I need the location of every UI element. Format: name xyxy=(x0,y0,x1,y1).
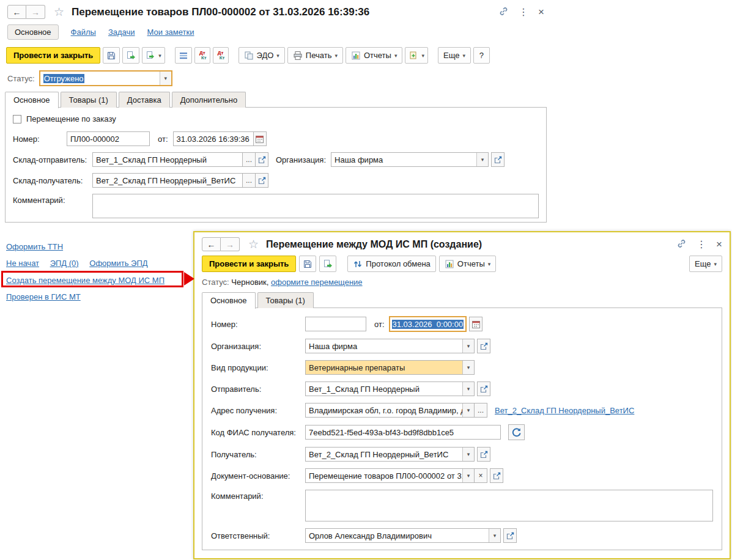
sender-open-button[interactable] xyxy=(255,152,268,167)
tab-goods[interactable]: Товары (1) xyxy=(257,292,314,308)
address-row: Адрес получения: Владимирская обл, г.о. … xyxy=(211,403,713,418)
date-label: от: xyxy=(158,134,168,144)
responsible-combo[interactable]: Орлов Александр Владимирович ▾ xyxy=(305,528,501,543)
tab-additional[interactable]: Дополнительно xyxy=(172,92,246,108)
product-kind-combo[interactable]: Ветеринарные препараты ▾ xyxy=(305,360,475,375)
calendar-button[interactable] xyxy=(253,131,267,146)
organization-combo[interactable]: Наша фирма ▾ xyxy=(331,152,489,167)
receiver-combo[interactable]: Вет_2_Склад ГП Неордерный_ВетИС ▾ xyxy=(305,447,475,462)
sender-open-button[interactable] xyxy=(477,381,490,396)
favorite-star-icon[interactable]: ☆ xyxy=(248,238,259,250)
fias-input[interactable]: 7eebd521-f5ed-493a-bf43-bd9f8dbb1ce5 xyxy=(305,425,501,440)
back-button[interactable]: ← xyxy=(202,237,221,251)
main-window-controls: ⋮ × xyxy=(498,6,544,18)
basis-open-button[interactable] xyxy=(490,468,503,483)
dropdown-icon[interactable]: ▾ xyxy=(160,72,171,85)
receiver-warehouse-link[interactable]: Вет_2_Склад ГП Неордерный_ВетИС xyxy=(495,406,634,415)
responsible-open-button[interactable] xyxy=(503,528,517,543)
ttn-link[interactable]: Оформить ТТН xyxy=(6,242,63,251)
back-button[interactable]: ← xyxy=(7,5,26,19)
edo-menu-button[interactable]: ЭДО ▾ xyxy=(238,47,285,64)
close-icon[interactable]: × xyxy=(538,6,544,18)
receiver-open-button[interactable] xyxy=(255,173,268,188)
number-input[interactable] xyxy=(305,317,366,331)
calendar-icon xyxy=(255,134,264,144)
dropdown-icon[interactable]: ▾ xyxy=(462,339,474,353)
post-document-button[interactable] xyxy=(319,256,336,272)
printer-icon xyxy=(293,51,303,61)
get-link-icon[interactable] xyxy=(498,6,509,18)
kebab-menu-icon[interactable]: ⋮ xyxy=(697,238,706,250)
epd-status-link[interactable]: Не начат xyxy=(6,259,39,268)
dropdown-icon[interactable]: ▾ xyxy=(462,448,474,461)
dropdown-icon[interactable]: ▾ xyxy=(462,382,474,396)
help-button[interactable]: ? xyxy=(473,47,490,64)
more-menu-button[interactable]: Еще ▾ xyxy=(438,47,471,64)
status-combo[interactable]: Отгружено ▾ xyxy=(39,70,172,86)
chart-icon xyxy=(445,259,454,269)
address-combo[interactable]: Владимирская обл, г.о. город Владимир, д… xyxy=(305,403,475,418)
exchange-protocol-button[interactable]: Протокол обмена xyxy=(347,256,436,272)
fias-label: Код ФИАС получателя: xyxy=(211,428,305,437)
comment-input[interactable] xyxy=(92,194,539,218)
favorite-star-icon[interactable]: ☆ xyxy=(54,6,64,18)
tab-goods[interactable]: Товары (1) xyxy=(61,92,117,108)
reports-menu-button[interactable]: Отчеты ▾ xyxy=(439,256,496,272)
receiver-open-button[interactable] xyxy=(477,447,490,462)
organization-open-button[interactable] xyxy=(477,339,490,353)
nav-main-current[interactable]: Основное xyxy=(7,24,59,40)
nav-link-notes[interactable]: Мои заметки xyxy=(147,28,194,37)
sender-warehouse-input[interactable]: Вет_1_Склад ГП Неордерный xyxy=(92,152,243,167)
gis-mt-link[interactable]: Проверен в ГИС МТ xyxy=(6,292,81,301)
fill-fias-button[interactable] xyxy=(508,424,525,440)
movements-report-button[interactable]: ДтКт xyxy=(213,47,229,64)
post-document-button[interactable] xyxy=(122,47,139,64)
address-more-button[interactable]: ... xyxy=(474,403,487,418)
close-icon[interactable]: × xyxy=(716,238,722,251)
organization-open-button[interactable] xyxy=(491,152,505,167)
epd-link[interactable]: ЭПД (0) xyxy=(50,259,79,268)
basis-clear-button[interactable]: × xyxy=(474,468,487,483)
date-input[interactable]: 31.03.2026 16:39:36 xyxy=(173,131,254,146)
kebab-menu-icon[interactable]: ⋮ xyxy=(519,6,528,18)
create-linked-dropdown-button[interactable]: ▾ xyxy=(142,47,165,64)
dropdown-icon[interactable]: ▾ xyxy=(462,361,474,374)
draft-complete-link[interactable]: оформите перемещение xyxy=(271,278,363,287)
date-input[interactable]: 31.03.2026 0:00:00 xyxy=(389,316,467,332)
receiver-choose-button[interactable]: ... xyxy=(242,173,256,188)
print-menu-button[interactable]: Печать ▾ xyxy=(287,47,343,64)
nav-link-tasks[interactable]: Задачи xyxy=(108,28,135,37)
save-button[interactable] xyxy=(299,256,316,272)
create-mod-movement-link[interactable]: Создать перемещение между МОД ИС МП xyxy=(6,276,165,285)
receiver-warehouse-input[interactable]: Вет_2_Склад ГП Неордерный_ВетИС xyxy=(92,173,243,188)
tab-main[interactable]: Основное xyxy=(5,92,59,108)
more-menu-button[interactable]: Еще ▾ xyxy=(689,256,722,272)
sender-combo[interactable]: Вет_1_Склад ГП Неордерный ▾ xyxy=(305,381,475,396)
calendar-button[interactable] xyxy=(469,317,482,331)
comment-input[interactable] xyxy=(305,490,713,521)
attachments-menu-button[interactable]: ▾ xyxy=(405,47,428,64)
reports-menu-button[interactable]: Отчеты ▾ xyxy=(346,47,402,64)
sender-choose-button[interactable]: ... xyxy=(242,152,256,167)
create-epd-link[interactable]: Оформить ЭПД xyxy=(89,259,147,268)
forward-button[interactable]: → xyxy=(221,237,240,251)
save-button[interactable] xyxy=(103,47,120,64)
tab-delivery[interactable]: Доставка xyxy=(119,92,170,108)
dropdown-icon[interactable]: ▾ xyxy=(489,529,500,542)
post-and-close-button[interactable]: Провести и закрыть xyxy=(202,256,296,272)
organization-combo[interactable]: Наша фирма ▾ xyxy=(305,339,475,353)
dropdown-icon[interactable]: ▾ xyxy=(462,403,474,417)
document-structure-button[interactable] xyxy=(175,47,192,64)
dropdown-icon[interactable]: ▾ xyxy=(462,469,474,482)
number-input[interactable]: ПЛ00-000002 xyxy=(67,131,150,146)
order-checkbox[interactable] xyxy=(13,115,21,123)
post-and-close-button[interactable]: Провести и закрыть xyxy=(6,47,100,64)
comment-label: Комментарий: xyxy=(13,194,92,205)
nav-link-files[interactable]: Файлы xyxy=(71,28,96,37)
basis-combo[interactable]: Перемещение товаров ПЛ00-000002 от 31.03… xyxy=(305,468,475,483)
dropdown-icon[interactable]: ▾ xyxy=(476,153,488,166)
forward-button[interactable]: → xyxy=(26,5,45,19)
tab-main[interactable]: Основное xyxy=(202,292,256,309)
movements-dtkt-button[interactable]: ДтКт xyxy=(194,47,210,64)
get-link-icon[interactable] xyxy=(676,238,687,251)
